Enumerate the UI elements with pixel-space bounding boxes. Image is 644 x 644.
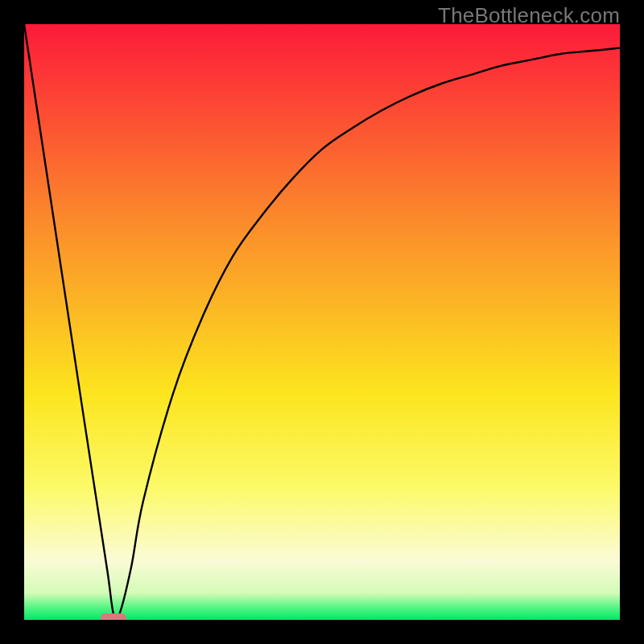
plot-area — [24, 24, 620, 620]
watermark-text: TheBottleneck.com — [438, 3, 620, 28]
gradient-background — [24, 24, 620, 620]
chart-frame: TheBottleneck.com — [0, 0, 644, 644]
target-marker — [101, 613, 126, 620]
bottleneck-chart — [24, 24, 620, 620]
